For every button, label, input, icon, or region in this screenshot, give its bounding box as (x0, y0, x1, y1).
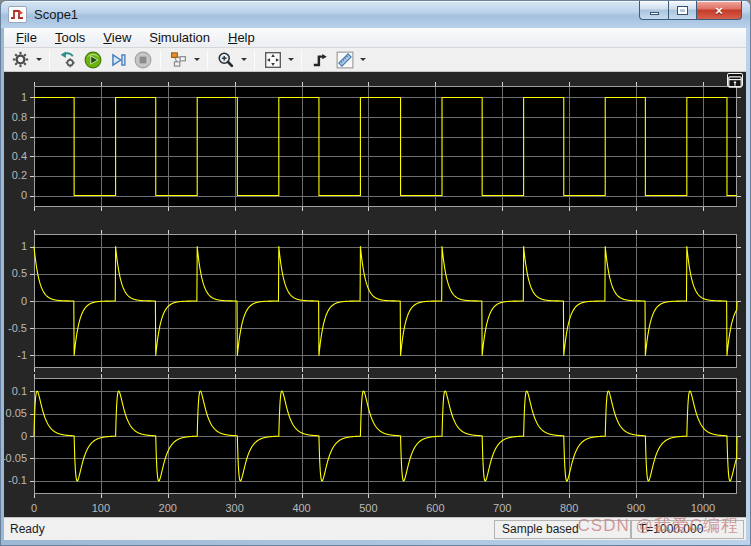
axes-2: -1-0.500.51 (8, 230, 741, 372)
axes-1: 00.20.40.60.81 (12, 82, 741, 211)
menu-simulation[interactable]: Simulation (140, 29, 219, 46)
svg-text:0: 0 (21, 430, 27, 442)
signal-selector-dropdown[interactable] (191, 49, 202, 71)
toolbar-separator (160, 50, 161, 70)
cursor-measurements-button[interactable] (332, 49, 357, 71)
svg-text:0.8: 0.8 (12, 111, 27, 123)
scope-display: 00.20.40.60.81-1-0.500.51-0.1-0.0500.050… (4, 72, 746, 517)
menu-help[interactable]: Help (219, 29, 264, 46)
svg-text:300: 300 (225, 502, 243, 513)
status-time-offset: T=1000.000 (631, 520, 744, 539)
fit-to-view-icon (264, 51, 282, 69)
stop-icon (134, 51, 152, 69)
stop-button[interactable] (130, 49, 155, 71)
maximize-axes-icon (728, 76, 742, 88)
titlebar[interactable]: Scope1 × (0, 0, 751, 28)
signal-selector-button[interactable] (166, 49, 191, 71)
step-forward-icon (109, 51, 127, 69)
svg-text:0: 0 (21, 189, 27, 201)
svg-text:-1: -1 (17, 349, 27, 361)
svg-text:800: 800 (560, 502, 578, 513)
trigger-icon (311, 51, 329, 69)
fit-to-view-button[interactable] (260, 49, 285, 71)
scope-parameters-button[interactable] (8, 49, 33, 71)
menu-tools[interactable]: Tools (46, 29, 94, 46)
run-button[interactable] (80, 49, 105, 71)
svg-text:700: 700 (493, 502, 511, 513)
svg-text:0.5: 0.5 (12, 268, 27, 280)
svg-text:-0.1: -0.1 (8, 475, 27, 487)
svg-text:0: 0 (31, 502, 37, 513)
svg-text:0.05: 0.05 (6, 407, 27, 419)
cursor-measurements-dropdown[interactable] (357, 49, 368, 71)
simulink-block-icon (59, 51, 76, 68)
svg-text:0: 0 (21, 295, 27, 307)
svg-text:400: 400 (292, 502, 310, 513)
svg-text:100: 100 (92, 502, 110, 513)
scope-parameters-dropdown[interactable] (33, 49, 44, 71)
statusbar: Ready Sample based T=1000.000 (4, 517, 746, 540)
close-icon: × (715, 3, 723, 18)
trigger-button[interactable] (307, 49, 332, 71)
svg-text:1: 1 (21, 91, 27, 103)
signal-selector-icon (170, 51, 187, 68)
window-frame: File Tools View Simulation Help (0, 28, 751, 546)
maximize-axes-button[interactable] (727, 73, 743, 87)
zoom-button[interactable] (213, 49, 238, 71)
close-button[interactable]: × (696, 1, 742, 20)
svg-text:0.6: 0.6 (12, 131, 27, 143)
axes-3: -0.1-0.0500.050.101002003004005006007008… (4, 374, 741, 513)
svg-text:600: 600 (426, 502, 444, 513)
status-ready: Ready (10, 522, 494, 536)
fit-to-view-dropdown[interactable] (285, 49, 296, 71)
svg-text:1: 1 (21, 240, 27, 252)
svg-text:0.4: 0.4 (12, 150, 27, 162)
maximize-icon (677, 6, 688, 15)
toolbar-separator (254, 50, 255, 70)
toolbar-separator (49, 50, 50, 70)
gear-icon (12, 51, 29, 68)
svg-text:0.2: 0.2 (12, 170, 27, 182)
zoom-dropdown[interactable] (238, 49, 249, 71)
svg-text:1000: 1000 (691, 502, 715, 513)
menu-file[interactable]: File (7, 29, 46, 46)
minimize-icon (650, 12, 659, 15)
highlight-simulink-block-button[interactable] (55, 49, 80, 71)
svg-text:200: 200 (159, 502, 177, 513)
scope-plots: 00.20.40.60.81-1-0.500.51-0.1-0.0500.050… (4, 72, 746, 513)
scope-window: Scope1 × File Tools View Simulation Help (0, 0, 751, 546)
step-forward-button[interactable] (105, 49, 130, 71)
svg-text:900: 900 (627, 502, 645, 513)
status-sample-mode: Sample based (494, 520, 631, 539)
zoom-in-icon (217, 51, 234, 68)
svg-text:500: 500 (359, 502, 377, 513)
menubar: File Tools View Simulation Help (4, 28, 746, 48)
ruler-icon (336, 51, 354, 69)
svg-text:-0.5: -0.5 (8, 322, 27, 334)
minimize-button[interactable] (639, 1, 668, 20)
maximize-button[interactable] (668, 1, 696, 20)
scope-app-icon (8, 6, 27, 23)
svg-text:0.1: 0.1 (12, 385, 27, 397)
menu-view[interactable]: View (94, 29, 140, 46)
toolbar-separator (301, 50, 302, 70)
toolbar (4, 48, 746, 73)
svg-text:-0.05: -0.05 (4, 452, 27, 464)
play-icon (84, 51, 102, 69)
window-title: Scope1 (34, 7, 78, 22)
toolbar-separator (207, 50, 208, 70)
